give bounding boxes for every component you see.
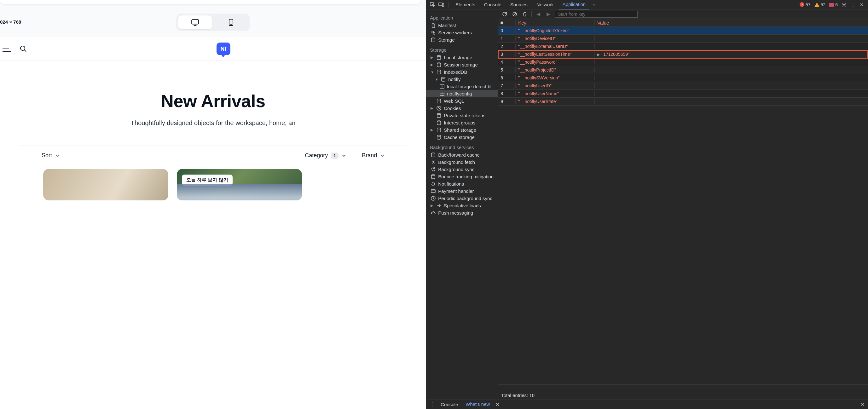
hero-subtitle: Thoughtfully designed objects for the wo… xyxy=(12,119,413,127)
refresh-button[interactable] xyxy=(501,11,508,18)
sidebar-web-sql[interactable]: ▶Web SQL xyxy=(426,97,498,105)
settings-button[interactable] xyxy=(840,1,848,8)
svg-point-17 xyxy=(437,99,441,100)
table-row[interactable]: 9 "__notiflyUserState" xyxy=(498,98,868,105)
table-row[interactable]: 5 "__notiflyProjectID" xyxy=(498,66,868,74)
sidebar-bounce[interactable]: Bounce tracking mitigation xyxy=(426,173,498,180)
chevron-down-icon xyxy=(342,153,346,158)
cloud-icon xyxy=(431,211,436,216)
sidebar-notifications[interactable]: Notifications xyxy=(426,180,498,187)
table-row[interactable]: 4 "__notiflyPassword" xyxy=(498,58,868,66)
sidebar-interest-groups[interactable]: ▶Interest groups xyxy=(426,119,498,126)
prev-page-button[interactable]: ◀ xyxy=(535,11,542,18)
tab-application[interactable]: Application xyxy=(559,0,589,9)
close-devtools-button[interactable]: ✕ xyxy=(858,1,866,8)
sidebar-bf-cache[interactable]: Back/forward cache xyxy=(426,151,498,158)
sidebar-storage[interactable]: Storage xyxy=(426,36,498,43)
sidebar-cache-storage[interactable]: ▶Cache storage xyxy=(426,134,498,141)
svg-point-3 xyxy=(21,46,25,51)
clear-button[interactable] xyxy=(511,11,518,18)
storage-data-view: ◀ ▶ # Key Value 0 "__notiflyCognitoIDTok… xyxy=(498,9,868,400)
category-dropdown[interactable]: Category 1 xyxy=(305,152,346,159)
caret-icon: ▶ xyxy=(431,63,434,67)
site-logo[interactable]: Nf xyxy=(217,42,230,55)
cookie-icon xyxy=(436,106,441,111)
svg-point-8 xyxy=(432,31,434,33)
chevron-down-icon xyxy=(380,153,384,158)
sidebar-bg-sync[interactable]: Background sync xyxy=(426,166,498,173)
caret-icon: ▶ xyxy=(431,106,434,110)
database-icon xyxy=(436,99,441,104)
indexeddb-grid[interactable]: # Key Value 0 "__notiflyCognitoIDToken" … xyxy=(498,19,868,384)
search-button[interactable] xyxy=(20,45,27,53)
section-bg-services: Background services xyxy=(426,144,498,151)
sidebar-manifest[interactable]: Manifest xyxy=(426,22,498,29)
tab-sources[interactable]: Sources xyxy=(506,0,531,9)
more-tabs-button[interactable]: » xyxy=(591,1,598,8)
kebab-menu-button[interactable]: ⋮ xyxy=(849,1,857,8)
tab-elements[interactable]: Elements xyxy=(452,0,479,9)
mobile-device-button[interactable] xyxy=(214,15,248,29)
sidebar-pst[interactable]: ▶Private state tokens xyxy=(426,112,498,119)
warnings-chip[interactable]: 52 xyxy=(814,2,826,7)
drawer-tab-console[interactable]: Console xyxy=(439,400,460,409)
sidebar-cookies[interactable]: ▶Cookies xyxy=(426,105,498,112)
table-row[interactable]: 8 "__notiflyUserName" xyxy=(498,90,868,98)
svg-point-13 xyxy=(437,70,441,71)
brand-label: Brand xyxy=(362,152,377,159)
sidebar-session-storage[interactable]: ▶Session storage xyxy=(426,61,498,68)
tab-network[interactable]: Network xyxy=(533,0,558,9)
issues-chip[interactable]: 6 xyxy=(829,2,838,7)
key-search-input[interactable] xyxy=(555,11,638,18)
sidebar-shared-storage[interactable]: ▶Shared storage xyxy=(426,126,498,134)
sidebar-idb-store-localforage[interactable]: local-forage-detect-bl xyxy=(426,83,498,90)
category-count: 1 xyxy=(331,153,339,159)
sidebar-speculative[interactable]: ▶Speculative loads xyxy=(426,202,498,209)
errors-chip[interactable]: ✕57 xyxy=(800,2,811,7)
grid-header: # Key Value xyxy=(498,19,868,27)
status-bar: Total entries: 10 xyxy=(498,391,868,400)
brand-dropdown[interactable]: Brand xyxy=(362,152,384,159)
clock-icon xyxy=(431,196,436,201)
table-row[interactable]: 6 "__notiflySWVersion" xyxy=(498,74,868,82)
sidebar-push[interactable]: Push messaging xyxy=(426,209,498,217)
drawer-menu-button[interactable]: ⋮ xyxy=(429,401,435,408)
tab-console[interactable]: Console xyxy=(480,0,505,9)
warning-icon xyxy=(814,2,819,7)
sidebar-local-storage[interactable]: ▶Local storage xyxy=(426,54,498,61)
svg-point-2 xyxy=(231,24,231,25)
menu-button[interactable] xyxy=(2,46,11,52)
next-page-button[interactable]: ▶ xyxy=(545,11,552,18)
sidebar-payment[interactable]: Payment handler xyxy=(426,187,498,195)
sort-dropdown[interactable]: Sort xyxy=(41,152,60,159)
svg-point-18 xyxy=(437,106,441,110)
sidebar-periodic-sync[interactable]: Periodic background sync xyxy=(426,195,498,202)
sidebar-bg-fetch[interactable]: Background fetch xyxy=(426,158,498,166)
product-card[interactable] xyxy=(43,169,168,200)
database-icon xyxy=(441,77,446,82)
drawer-tab-close[interactable]: ✕ xyxy=(495,402,500,407)
sidebar-indexeddb[interactable]: ▼IndexedDB xyxy=(426,68,498,75)
table-row[interactable]: 0 "__notiflyCognitoIDToken" xyxy=(498,27,868,35)
expand-caret-icon[interactable]: ▶ xyxy=(597,53,600,56)
svg-point-14 xyxy=(441,77,445,78)
desktop-icon xyxy=(191,19,199,26)
drawer-tab-whatsnew[interactable]: What's new xyxy=(464,400,492,409)
sidebar-idb-notifly[interactable]: ▼notifly xyxy=(426,75,498,83)
product-card[interactable]: 오늘 하루 보지 않기 xyxy=(177,169,302,200)
table-row[interactable]: 2 "__notiflyExternalUserID" xyxy=(498,42,868,51)
drawer: ⋮ Console What's new ✕ ✕ xyxy=(426,400,868,409)
application-sidebar[interactable]: Application Manifest Service workers Sto… xyxy=(426,9,498,400)
table-row-highlighted[interactable]: 3 "__notiflyLastSessionTime" ▶"171280555… xyxy=(498,51,868,58)
delete-button[interactable] xyxy=(521,11,528,18)
desktop-device-button[interactable] xyxy=(178,15,212,29)
drawer-close-button[interactable]: ✕ xyxy=(861,402,865,407)
table-row[interactable]: 1 "__notiflyDeviceID" xyxy=(498,35,868,42)
inspect-element-button[interactable] xyxy=(429,1,436,8)
sidebar-service-workers[interactable]: Service workers xyxy=(426,29,498,36)
viewport-dimensions: 024 × 768 xyxy=(0,19,21,25)
device-mode-button[interactable] xyxy=(437,1,445,8)
sidebar-idb-store-notiflyconfig[interactable]: notiflyconfig xyxy=(426,90,498,97)
table-row[interactable]: 7 "__notiflyUserID" xyxy=(498,82,868,90)
database-icon xyxy=(436,113,441,118)
